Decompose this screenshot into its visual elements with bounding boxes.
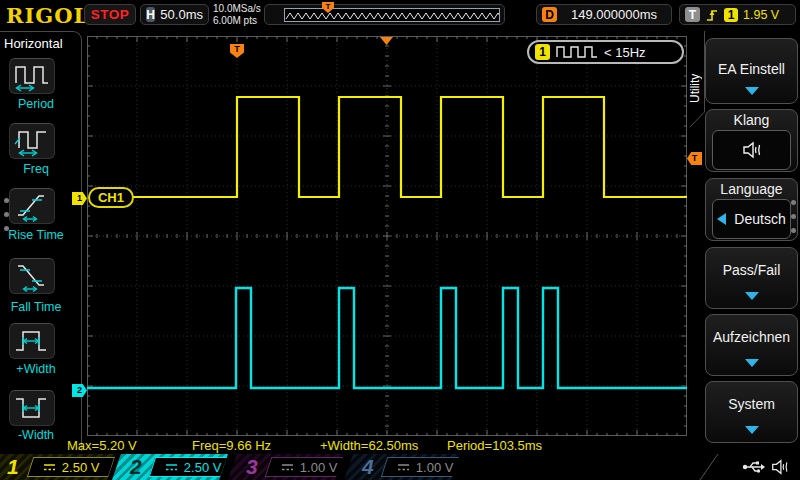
rise-time-icon [12,190,52,222]
menu-button-label: System [706,396,797,412]
menu-button-ea-einstell[interactable]: EA Einstell [705,38,798,104]
channel-scale-value: 1.00 V [416,460,454,475]
menu-button-klang[interactable]: Klang [705,109,798,172]
memory-waveform-preview [284,8,500,22]
channel-number: 4 [362,455,374,479]
run-state-indicator: STOP [84,4,136,25]
speaker-status-icon [770,457,790,477]
freq-counter-value: < 15Hz [604,45,646,60]
rigol-logo: RIGOL [6,3,89,28]
language-select-button[interactable]: Deutsch [712,199,791,239]
measure-item-minus-width-label: -Width [0,428,72,442]
menu-button-label: Aufzeichnen [706,329,797,345]
delay-value: 149.000000ms [571,7,657,22]
square-wave-icon [556,45,598,59]
left-menu-page-dot [4,212,9,217]
rising-edge-icon [705,7,719,23]
oscilloscope-screen: RIGOL STOP H 50.0ms 10.0MSa/s 6.00M pts … [0,0,800,480]
delay-readout: D 149.000000ms [536,4,672,25]
left-menu-page-dot [4,198,9,203]
acquisition-readout: 10.0MSa/s 6.00M pts [213,3,261,27]
sound-toggle-button[interactable] [712,130,791,170]
delay-icon: D [542,7,557,22]
dc-coupling-icon [281,462,294,472]
measurement-pwidth: +Width=62.50ms [320,438,418,453]
measure-item-period-label: Period [0,97,72,111]
ch1-trace-label: CH1 [88,187,134,208]
right-menu-page-dot [791,228,796,233]
channel-scale-value: 2.50 V [62,460,100,475]
menu-button-aufzeichnen[interactable]: Aufzeichnen [705,314,798,376]
memory-depth: 6.00M pts [213,15,261,27]
menu-button-language[interactable]: Language Deutsch [705,178,798,241]
trigger-level-marker: T [687,152,702,165]
speaker-icon [741,140,763,160]
dc-coupling-icon [397,462,410,472]
trigger-readout: T 1 1.95 V [679,4,796,25]
period-icon [12,60,52,92]
channel-scale-box: 1.00 V [381,457,469,477]
channel-2-status[interactable]: 2 2.50 V [112,454,228,480]
menu-button-system[interactable]: System [705,381,798,443]
right-menu-page-dot [791,200,796,205]
menu-button-pass-fail[interactable]: Pass/Fail [705,247,798,309]
language-value: Deutsch [734,211,785,227]
waveform-display [87,36,687,436]
timebase-readout: H 50.0ms [140,4,209,25]
chevron-left-icon [717,213,726,225]
measure-item-fall-time[interactable] [9,258,55,294]
measurement-period: Period=103.5ms [447,438,542,453]
menu-button-label: Klang [706,112,797,128]
trigger-icon: T [685,7,700,22]
measure-item-rise-time[interactable] [9,188,55,224]
sample-rate: 10.0MSa/s [213,3,261,15]
channel-scale-value: 2.50 V [184,460,222,475]
measurement-freq: Freq=9.66 Hz [192,438,271,453]
left-menu-page-dot [4,226,9,231]
run-state-text: STOP [91,7,130,22]
measure-item-rise-time-label: Rise Time [0,228,72,242]
horizontal-icon: H [146,7,155,22]
channel-number: 2 [130,455,142,479]
chevron-down-icon [745,426,759,434]
freq-icon [12,125,52,157]
chevron-down-icon [745,292,759,300]
channel-1-status[interactable]: 1 2.50 V [0,454,116,480]
channel-number: 3 [246,455,258,479]
dc-coupling-icon [43,462,56,472]
channel-scale-box: 2.50 V [149,457,237,477]
memory-zigzag-wave [286,13,499,19]
channel-4-status[interactable]: 4 1.00 V [344,454,460,480]
right-menu-page-dot [791,214,796,219]
menu-button-label: Language [706,181,797,197]
channel-3-status[interactable]: 3 1.00 V [228,454,344,480]
measure-item-freq-label: Freq [0,162,72,176]
trigger-level-value: 1.95 V [743,8,779,22]
timebase-value: 50.0ms [160,7,203,22]
frequency-counter: 1 < 15Hz [527,40,684,64]
channel-scale-box: 1.00 V [265,457,353,477]
measure-item-freq[interactable] [9,123,55,159]
channel-scale-box: 2.50 V [27,457,115,477]
trigger-source-badge: 1 [724,8,738,22]
left-menu-title: Horizontal [4,36,63,51]
channel-scale-value: 1.00 V [300,460,338,475]
measure-item-period[interactable] [9,58,55,94]
dc-coupling-icon [165,462,178,472]
channel-number: 1 [7,455,19,479]
fall-time-icon [12,260,52,292]
measure-item-plus-width-label: +Width [0,362,72,376]
ch2-ground-marker: 2 [72,384,87,397]
measurement-max: Max=5.20 V [67,438,137,453]
status-bar-divider [698,454,724,480]
ch1-ground-marker: 1 [72,192,87,205]
measure-item-minus-width[interactable] [9,390,55,426]
channel-status-bar: 1 2.50 V 2 2.50 V 3 [0,454,800,480]
minus-width-icon [12,392,52,424]
menu-button-label: Pass/Fail [706,262,797,278]
plus-width-icon [12,325,52,357]
freq-counter-source-badge: 1 [535,44,550,60]
waveform-grid [87,36,687,436]
measure-item-plus-width[interactable] [9,323,55,359]
measure-item-fall-time-label: Fall Time [0,300,72,314]
